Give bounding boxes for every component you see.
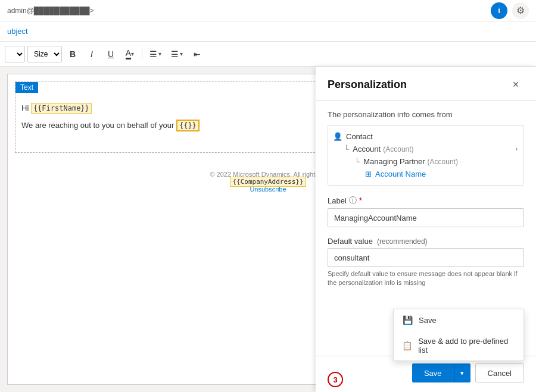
label-required-star: * [359,196,362,205]
font-color-chevron: ▾ [131,51,134,57]
save-caret-icon: ▾ [460,369,464,377]
account-name-label: Account Name [375,170,426,178]
list-icon: ☰ [171,49,179,59]
default-value-input[interactable] [328,248,524,267]
label-info-icon: ⓘ [349,195,357,206]
dropdown-save-predefined-item[interactable]: 📋 Save & add to pre-defined list [394,331,523,360]
panel-source-label: The personalization info comes from [328,110,524,119]
align-chevron: ▾ [158,51,161,57]
list-button[interactable]: ☰ ▾ [167,46,186,62]
subject-label: ubject [7,27,28,36]
tree-account-name[interactable]: ⊞ Account Name [365,168,519,180]
account-name-icon: ⊞ [365,170,372,178]
tree-contact[interactable]: 👤 Contact [333,130,519,143]
font-color-button[interactable]: A ▾ [121,46,138,62]
contact-label: Contact [346,132,373,141]
user-email: admin@███████████> [7,7,94,15]
label-input[interactable] [328,208,524,227]
save-button[interactable]: Save [412,363,454,382]
label-field-group: Label ⓘ * [328,195,524,227]
align-button[interactable]: ☰ ▾ [146,46,165,62]
size-select[interactable]: Size [27,46,62,62]
style-select[interactable] [5,46,25,62]
tree-managing-partner[interactable]: └ Managing Partner (Account) [354,155,519,168]
underline-button[interactable]: U [102,46,119,62]
personalization-tree: 👤 Contact └ Account (Account) › └ Managi… [328,125,524,186]
default-value-label: Default value (recommended) [328,237,524,246]
account-label: Account [353,145,381,153]
dropdown-predefined-label: Save & add to pre-defined list [418,337,515,355]
italic-button[interactable]: I [83,46,100,62]
placeholder-tag: {{}} [176,120,200,131]
default-value-field-group: Default value (recommended) Specify defa… [328,237,524,288]
personalization-panel: Personalization × The personalization in… [316,67,536,392]
bold-button[interactable]: B [64,46,81,62]
subject-bar: ubject [0,21,536,42]
managing-icon: └ [354,157,360,166]
top-bar: admin@███████████> i ⚙ [0,0,536,21]
account-icon: └ [344,145,349,153]
save-caret-button[interactable]: ▾ [454,363,470,382]
panel-footer: 💾 Save 📋 Save & add to pre-defined list … [316,356,536,392]
dropdown-save-item[interactable]: 💾 Save [394,309,523,331]
text-badge: Text [15,82,38,93]
dropdown-save-icon: 💾 [402,315,413,325]
gear-button[interactable]: ⚙ [512,2,529,19]
editor-toolbar: Size B I U A ▾ ☰ ▾ ☰ ▾ ⇤ [0,42,536,67]
outdent-icon: ⇤ [194,49,201,59]
contact-icon: 👤 [333,132,342,141]
panel-close-button[interactable]: × [507,76,524,93]
managing-label: Managing Partner [363,157,425,166]
list-chevron: ▾ [180,51,183,57]
save-button-group: Save ▾ [412,363,470,382]
managing-sub-label: (Account) [428,158,458,166]
panel-title: Personalization [328,79,407,91]
account-chevron: › [516,146,518,152]
panel-header: Personalization × [316,67,536,101]
unsubscribe-link[interactable]: Unsubscribe [250,186,286,193]
save-dropdown-menu: 💾 Save 📋 Save & add to pre-defined list [393,309,524,361]
main-area: Text Hi {{FirstName}} We are reaching ou… [0,67,536,392]
default-value-sub-label: (recommended) [377,237,428,246]
align-icon: ☰ [149,49,157,59]
firstname-tag: {{FirstName}} [31,103,92,114]
dropdown-predefined-icon: 📋 [402,341,412,350]
info-button[interactable]: i [491,2,507,19]
outdent-button[interactable]: ⇤ [189,46,205,62]
label-field-label: Label ⓘ * [328,195,524,206]
tree-account[interactable]: └ Account (Account) › [344,143,519,155]
toolbar-separator-1 [142,48,142,60]
badge-number: 3 [328,372,343,387]
account-sub-label: (Account) [383,145,413,153]
default-value-hint: Specify default value to ensure message … [328,269,524,288]
cancel-button[interactable]: Cancel [475,363,524,382]
dropdown-save-label: Save [419,316,437,325]
top-bar-actions: i ⚙ [491,2,529,19]
font-color-label: A [126,48,131,59]
